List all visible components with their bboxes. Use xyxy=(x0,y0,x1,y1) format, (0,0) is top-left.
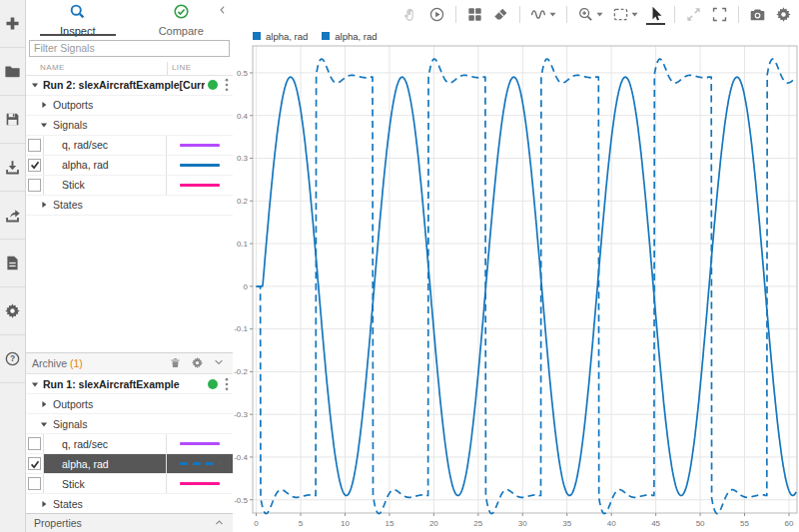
signal-checkbox[interactable] xyxy=(26,434,44,453)
svg-text:20: 20 xyxy=(429,519,438,528)
caret-right-icon xyxy=(40,101,48,109)
signal-main[interactable]: q, rad/sec xyxy=(44,434,233,453)
tree-group-outports[interactable]: Outports xyxy=(26,96,233,116)
checkbox-box xyxy=(28,179,41,192)
run-row[interactable]: Run 1: slexAircraftExample xyxy=(26,374,233,394)
snapshot-button[interactable] xyxy=(748,5,767,24)
chevron-up-icon xyxy=(214,517,225,530)
fit-to-view-button[interactable] xyxy=(611,5,639,24)
legend-item[interactable]: alpha, rad xyxy=(253,31,308,42)
new-button[interactable] xyxy=(0,0,25,48)
signal-checkbox[interactable] xyxy=(26,474,44,493)
signal-row[interactable]: q, rad/sec xyxy=(26,136,233,156)
toolbar-separator xyxy=(674,6,675,23)
zoom-button[interactable] xyxy=(576,5,604,24)
signal-row[interactable]: Stick xyxy=(26,474,233,494)
check-icon xyxy=(30,160,40,170)
tree-group-outports[interactable]: Outports xyxy=(26,394,233,414)
run-menu-button[interactable] xyxy=(221,377,233,391)
svg-text:0: 0 xyxy=(244,282,249,291)
collapse-panel-button[interactable] xyxy=(217,2,231,16)
camera-icon xyxy=(749,6,766,23)
archive-header[interactable]: Archive (1) xyxy=(26,352,233,374)
filter-signals-input[interactable] xyxy=(29,40,230,57)
help-icon: ? xyxy=(4,350,21,367)
tree-group-states[interactable]: States xyxy=(26,196,233,216)
tree-group-states[interactable]: States xyxy=(26,494,233,514)
archive-settings-button[interactable] xyxy=(189,355,205,371)
report-icon xyxy=(4,255,21,271)
signal-line-swatch xyxy=(166,136,233,155)
run-menu-button[interactable] xyxy=(221,78,233,92)
plot-settings-button[interactable] xyxy=(774,5,793,24)
svg-text:-0.2: -0.2 xyxy=(234,367,248,376)
layout-button[interactable] xyxy=(465,5,484,24)
signal-row[interactable]: alpha, rad xyxy=(26,156,233,176)
group-label: Outports xyxy=(53,99,93,111)
svg-text:25: 25 xyxy=(473,519,482,528)
archive-run-tree: Run 1: slexAircraftExampleOutportsSignal… xyxy=(26,374,233,514)
signal-row[interactable]: alpha, rad xyxy=(26,454,233,474)
group-label: States xyxy=(53,498,83,510)
svg-text:40: 40 xyxy=(607,519,616,528)
fullscreen-button[interactable] xyxy=(710,5,729,24)
signal-row[interactable]: Stick xyxy=(26,176,233,196)
signal-row[interactable]: q, rad/sec xyxy=(26,434,233,454)
tree-group-signals[interactable]: Signals xyxy=(26,116,233,136)
chart-toolbar xyxy=(233,0,799,28)
import-button[interactable] xyxy=(0,144,25,192)
signal-checkbox[interactable] xyxy=(26,156,44,175)
plot-area[interactable]: 0510152025303540455055600.50.40.30.20.10… xyxy=(233,44,799,532)
report-button[interactable] xyxy=(0,240,25,287)
group-label: Signals xyxy=(53,418,87,430)
expand-icon xyxy=(685,6,702,23)
open-button[interactable] xyxy=(0,48,25,96)
signal-main[interactable]: alpha, rad xyxy=(44,454,233,473)
properties-bar[interactable]: Properties xyxy=(26,513,233,532)
signal-line-swatch xyxy=(166,454,233,473)
archive-count-badge: (1) xyxy=(70,357,83,369)
caret-small-icon xyxy=(596,12,603,17)
export-button[interactable] xyxy=(0,192,25,240)
caret-small-icon xyxy=(549,12,556,17)
svg-text:-0.3: -0.3 xyxy=(234,410,248,419)
signal-main[interactable]: q, rad/sec xyxy=(44,136,233,155)
signal-line-swatch xyxy=(166,176,233,195)
tree-group-signals[interactable]: Signals xyxy=(26,414,233,434)
signal-main[interactable]: Stick xyxy=(44,474,233,493)
folder-icon xyxy=(4,63,21,80)
archive-collapse-button[interactable] xyxy=(211,355,227,371)
line-swatch xyxy=(180,442,220,445)
replay-button[interactable] xyxy=(427,5,446,24)
signal-checkbox[interactable] xyxy=(26,176,44,195)
toolbar-separator xyxy=(738,6,739,23)
signal-options-button[interactable] xyxy=(529,5,557,24)
signal-name: alpha, rad xyxy=(44,458,166,470)
panel-tabbar: Inspect Compare xyxy=(26,0,233,36)
line-swatch xyxy=(180,482,220,485)
archive-delete-button[interactable] xyxy=(167,355,183,371)
tab-inspect[interactable]: Inspect xyxy=(26,0,130,36)
legend-item[interactable]: alpha, rad xyxy=(322,31,377,42)
pointer-button[interactable] xyxy=(646,4,665,25)
archive-label: Archive (1) xyxy=(32,357,161,369)
help-button[interactable]: ? xyxy=(0,335,25,383)
save-button[interactable] xyxy=(0,96,25,144)
kebab-icon xyxy=(225,78,229,92)
signal-main[interactable]: Stick xyxy=(44,176,233,195)
svg-text:0: 0 xyxy=(254,519,259,528)
grid-layout-icon xyxy=(466,6,483,23)
line-swatch xyxy=(180,164,220,167)
svg-text:15: 15 xyxy=(385,519,394,528)
checkbox-box xyxy=(28,159,41,172)
caret-down-icon xyxy=(31,380,39,388)
preferences-button[interactable] xyxy=(0,287,25,335)
signal-main[interactable]: alpha, rad xyxy=(44,156,233,175)
properties-label: Properties xyxy=(34,517,82,529)
signal-checkbox[interactable] xyxy=(26,454,44,473)
caret-right-icon xyxy=(40,500,48,508)
run-title: Run 1: slexAircraftExample xyxy=(43,378,205,390)
clear-plots-button[interactable] xyxy=(491,5,510,24)
run-row[interactable]: Run 2: slexAircraftExample[Current] xyxy=(26,76,233,96)
signal-checkbox[interactable] xyxy=(26,136,44,155)
